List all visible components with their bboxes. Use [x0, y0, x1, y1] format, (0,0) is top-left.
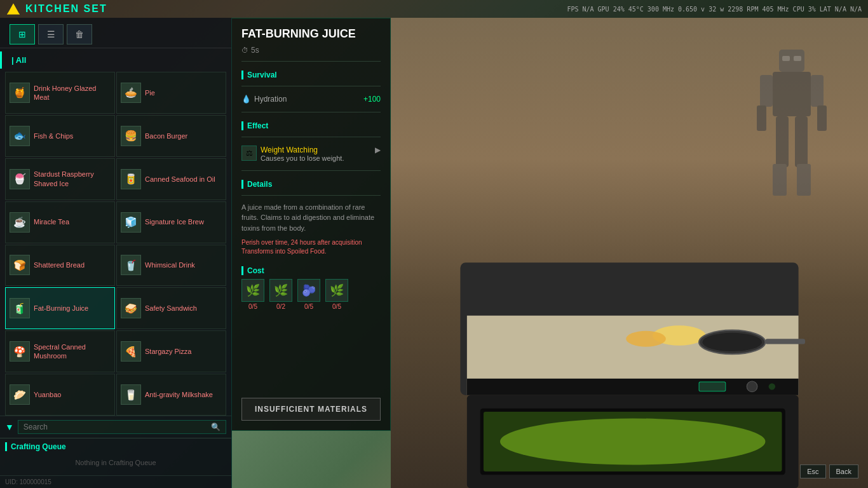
item-icon: 🥟	[10, 384, 30, 405]
item-shattered-bread[interactable]: 🍞 Shattered Bread	[5, 245, 115, 287]
left-panel: ⊞ ☰ 🗑 | All 🍯 Drink Honey Glazed Meat 🥧 …	[0, 18, 232, 488]
svg-rect-7	[817, 105, 827, 131]
item-name: Drink Honey Glazed Meat	[34, 84, 111, 102]
svg-point-15	[626, 331, 666, 347]
spoil-warning: Perish over time, 24 hours after acquisi…	[241, 238, 381, 256]
cost-count-2: 0/2	[276, 303, 285, 310]
item-name: Anti-gravity Milkshake	[145, 390, 213, 399]
svg-point-17	[702, 333, 762, 351]
svg-point-22	[500, 418, 765, 464]
hud-stats: FPS N/A GPU 24% 45°C 300 MHz 0.650 v 32 …	[567, 6, 862, 13]
item-fat-burning-juice[interactable]: 🧃 Fat-Burning Juice	[5, 287, 115, 329]
divider-3	[241, 112, 381, 112]
cost-items: 🌿 0/5 🌿 0/2 🫐 0/5 🌿 0/5	[241, 279, 381, 310]
item-shaved-ice[interactable]: 🍧 Stardust Raspberry Shaved Ice	[5, 158, 115, 200]
esc-button[interactable]: Esc	[800, 464, 825, 478]
effect-expand-icon[interactable]: ▶	[375, 146, 381, 154]
effect-row: ⚖ Weight Watching Causes you to lose wei…	[241, 144, 381, 164]
item-icon: 🧊	[121, 212, 141, 233]
item-name: Fat-Burning Juice	[34, 304, 88, 313]
tab-row: ⊞ ☰ 🗑	[0, 18, 231, 48]
svg-rect-18	[765, 339, 805, 344]
item-signature-ice-brew[interactable]: 🧊 Signature Ice Brew	[116, 201, 226, 243]
item-name: Spectral Canned Mushroom	[34, 342, 111, 361]
item-name: Safety Sandwich	[145, 304, 197, 313]
detail-title: FAT-BURNING JUICE	[241, 28, 381, 41]
hud-title-group: KITCHEN SET	[6, 2, 107, 16]
items-grid: 🍯 Drink Honey Glazed Meat 🥧 Pie 🐟 Fish &…	[0, 72, 231, 416]
tab-list[interactable]: ☰	[38, 24, 64, 44]
cost-item-1: 🌿 0/5	[241, 279, 264, 310]
effect-icon: ⚖	[241, 146, 257, 161]
divider-5	[241, 170, 381, 171]
search-input[interactable]	[24, 423, 211, 431]
item-icon: 🍔	[121, 126, 141, 146]
back-button[interactable]: Back	[829, 464, 858, 478]
item-name: Canned Seafood in Oil	[145, 175, 215, 184]
cost-header: Cost	[241, 266, 381, 275]
tab-grid[interactable]: ⊞	[10, 24, 35, 44]
crafting-queue-label: Crafting Queue	[5, 442, 226, 451]
svg-rect-2	[794, 56, 801, 61]
divider-2	[241, 86, 381, 86]
tab-trash[interactable]: 🗑	[67, 24, 92, 44]
svg-rect-1	[782, 56, 790, 61]
svg-rect-6	[757, 105, 766, 131]
item-yuanbao[interactable]: 🥟 Yuanbao	[5, 374, 115, 416]
effect-header: Effect	[241, 121, 381, 130]
item-canned-seafood[interactable]: 🥫 Canned Seafood in Oil	[116, 158, 226, 200]
cost-item-3: 🫐 0/5	[297, 279, 320, 310]
cost-icon-2: 🌿	[269, 279, 292, 302]
cost-count-3: 0/5	[304, 303, 313, 310]
item-name: Signature Ice Brew	[145, 217, 204, 226]
cost-item-4: 🌿 0/5	[325, 279, 348, 310]
item-safety-sandwich[interactable]: 🥪 Safety Sandwich	[116, 287, 226, 329]
crafting-queue: Crafting Queue Nothing in Crafting Queue	[0, 438, 231, 475]
search-row: ▼ 🔍	[0, 416, 231, 438]
svg-rect-9	[795, 116, 808, 167]
item-whimsical-drink[interactable]: 🥤 Whimsical Drink	[116, 245, 226, 287]
search-input-wrap[interactable]: 🔍	[18, 420, 226, 434]
item-honey-glazed[interactable]: 🍯 Drink Honey Glazed Meat	[5, 72, 115, 114]
item-icon: 🥪	[121, 298, 141, 318]
item-spectral-mushroom[interactable]: 🍄 Spectral Canned Mushroom	[5, 330, 115, 372]
item-name: Bacon Burger	[145, 132, 187, 140]
filter-icon[interactable]: ▼	[5, 422, 14, 432]
cost-count-4: 0/5	[332, 303, 341, 310]
item-name: Whimsical Drink	[145, 261, 195, 269]
item-name: Miracle Tea	[34, 217, 69, 226]
item-icon: 🐟	[10, 126, 30, 146]
item-name: Yuanbao	[34, 390, 61, 399]
item-icon: 🍯	[10, 83, 30, 103]
hud-triangle-icon	[6, 2, 20, 16]
category-label: | All	[0, 51, 231, 69]
item-fish-chips[interactable]: 🐟 Fish & Chips	[5, 115, 115, 157]
effect-text-wrap: Weight Watching Causes you to lose weigh…	[261, 146, 371, 162]
crafting-queue-empty: Nothing in Crafting Queue	[5, 454, 226, 471]
svg-point-25	[769, 383, 775, 390]
divider-4	[241, 137, 381, 137]
detail-time: ⏱ 5s	[241, 46, 381, 55]
details-text: A juice made from a combination of rare …	[241, 202, 381, 234]
item-stargazy-pizza[interactable]: 🍕 Stargazy Pizza	[116, 330, 226, 372]
craft-button[interactable]: INSUFFICIENT MATERIALS	[241, 398, 381, 421]
item-icon: 🍄	[10, 341, 30, 362]
divider-1	[241, 61, 381, 62]
stove-illustration	[391, 183, 868, 488]
effect-name: Weight Watching	[261, 146, 371, 154]
item-bacon-burger[interactable]: 🍔 Bacon Burger	[116, 115, 226, 157]
item-anti-gravity-milkshake[interactable]: 🥛 Anti-gravity Milkshake	[116, 374, 226, 416]
divider-6	[241, 195, 381, 196]
item-name: Stargazy Pizza	[145, 347, 191, 356]
item-pie[interactable]: 🥧 Pie	[116, 72, 226, 114]
svg-rect-26	[699, 382, 726, 391]
survival-value: +100	[363, 95, 381, 104]
item-miracle-tea[interactable]: ☕ Miracle Tea	[5, 201, 115, 243]
item-name: Shattered Bread	[34, 261, 85, 269]
survival-row: 💧 Hydration +100	[241, 93, 381, 105]
item-icon: 🍕	[121, 341, 141, 362]
cost-count-1: 0/5	[248, 303, 257, 310]
kitchen-scene	[391, 18, 868, 488]
clock-icon: ⏱	[241, 46, 248, 54]
search-icon: 🔍	[211, 423, 220, 431]
